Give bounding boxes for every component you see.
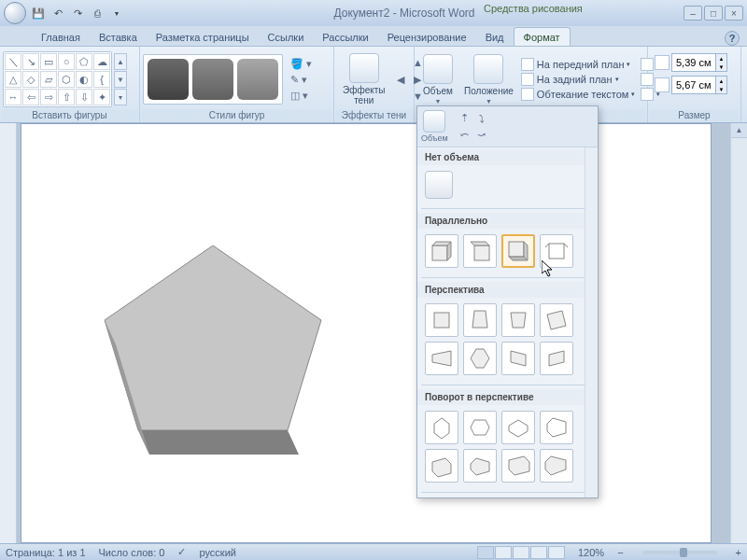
quick-access-toolbar: 💾 ↶ ↷ ⎙ ▼ <box>30 5 125 21</box>
workspace: ▲ <box>0 123 747 543</box>
perspective-option-7[interactable] <box>501 342 535 375</box>
print-icon[interactable]: ⎙ <box>89 5 106 21</box>
rotate-option-7[interactable] <box>501 449 535 483</box>
scroll-up-icon[interactable]: ▲ <box>731 123 747 138</box>
gallery-more-icon[interactable]: ▾ <box>114 89 127 105</box>
rotate-option-4[interactable] <box>540 411 573 444</box>
gallery-down-icon[interactable]: ▼ <box>114 71 127 88</box>
text-wrapping-button[interactable]: Обтекание текстом▾ <box>521 88 636 101</box>
status-language[interactable]: русский <box>199 547 235 558</box>
svg-marker-16 <box>511 313 526 328</box>
pentagon-shape[interactable] <box>92 245 334 468</box>
shape-fill-button[interactable]: 🪣▾ <box>287 57 316 71</box>
redo-icon[interactable]: ↷ <box>69 5 86 21</box>
menu-scrollbar[interactable] <box>585 147 598 497</box>
shapes-gallery[interactable]: ＼↘▭○⬠☁ △◇▱⬡◐{ ↔⇦⇨⇧⇩✦ <box>3 51 112 107</box>
svg-marker-20 <box>511 351 526 366</box>
height-input[interactable]: ▲▼ <box>671 53 727 72</box>
perspective-option-3[interactable] <box>501 303 535 337</box>
perspective-option-8[interactable] <box>540 342 573 375</box>
status-bar: Страница: 1 из 1 Число слов: 0 ✓ русский… <box>0 543 747 560</box>
svg-marker-10 <box>509 257 528 260</box>
rotate-option-8[interactable] <box>540 449 573 483</box>
svg-marker-0 <box>105 245 321 430</box>
view-outline[interactable] <box>530 546 547 559</box>
group-label-shapes: Вставить фигуры <box>2 109 137 122</box>
change-shape-button[interactable]: ◫▾ <box>287 89 316 103</box>
status-page[interactable]: Страница: 1 из 1 <box>6 547 86 558</box>
view-full-screen[interactable] <box>495 546 512 559</box>
tab-page-layout[interactable]: Разметка страницы <box>147 28 259 46</box>
document-page[interactable] <box>21 123 712 543</box>
perspective-option-4[interactable] <box>540 303 573 337</box>
rotate-option-5[interactable] <box>425 449 458 483</box>
qat-dropdown-icon[interactable]: ▼ <box>108 5 125 21</box>
office-button[interactable] <box>4 2 26 24</box>
tilt-up-icon: ⇡ <box>458 111 472 126</box>
rotate-option-2[interactable] <box>463 411 497 444</box>
view-web-layout[interactable] <box>513 546 529 559</box>
group-label-styles: Стили фигур <box>142 109 331 122</box>
wrap-icon <box>521 88 534 101</box>
volume-button[interactable]: Объем ▼ <box>417 52 458 106</box>
status-words[interactable]: Число слов: 0 <box>99 547 165 558</box>
tab-view[interactable]: Вид <box>476 28 514 46</box>
svg-marker-28 <box>509 456 529 475</box>
rotate-option-3[interactable] <box>501 411 535 444</box>
zoom-in-button[interactable]: + <box>736 547 741 558</box>
bring-to-front-button[interactable]: На передний план▾ <box>521 58 636 71</box>
view-draft[interactable] <box>548 546 565 559</box>
zoom-out-button[interactable]: − <box>617 547 623 558</box>
mini-volume-button[interactable]: Объем <box>421 110 448 143</box>
tab-references[interactable]: Ссылки <box>259 28 314 46</box>
close-button[interactable]: × <box>725 6 743 21</box>
height-icon <box>655 55 669 70</box>
tab-home[interactable]: Главная <box>32 28 90 46</box>
svg-rect-8 <box>509 242 524 257</box>
gallery-up-icon[interactable]: ▲ <box>114 53 127 70</box>
view-print-layout[interactable] <box>477 546 494 559</box>
status-proof-icon[interactable]: ✓ <box>177 546 186 558</box>
tilt-controls[interactable]: ⇡⤵ ⤺⤻ <box>458 111 489 143</box>
tab-format[interactable]: Формат <box>514 27 571 46</box>
shadow-effects-button[interactable]: Эффекты тени <box>337 51 390 107</box>
perspective-option-5[interactable] <box>425 342 458 375</box>
minimize-button[interactable]: – <box>684 6 702 21</box>
parallel-option-2[interactable] <box>463 234 497 268</box>
svg-rect-3 <box>432 245 447 260</box>
vertical-scrollbar[interactable]: ▲ <box>730 123 747 543</box>
svg-marker-25 <box>547 418 566 437</box>
group-label-size: Размер <box>650 109 739 122</box>
rotate-option-6[interactable] <box>463 449 497 483</box>
tab-insert[interactable]: Вставка <box>90 28 147 46</box>
maximize-button[interactable]: □ <box>704 6 723 21</box>
width-input[interactable]: ▲▼ <box>671 76 727 94</box>
style-gallery[interactable] <box>143 54 283 105</box>
svg-marker-19 <box>471 349 489 368</box>
zoom-slider[interactable] <box>642 551 717 554</box>
group-size: ▲▼ ▲▼ Размер <box>648 47 741 122</box>
menu-3d-color[interactable]: ◧Цвет объемной фигуры▶ <box>417 495 598 497</box>
save-icon[interactable]: 💾 <box>30 5 47 21</box>
perspective-option-2[interactable] <box>463 303 497 337</box>
tab-review[interactable]: Рецензирование <box>378 28 476 46</box>
cube-icon <box>423 110 445 133</box>
help-icon[interactable]: ? <box>725 31 740 46</box>
svg-marker-7 <box>471 242 489 245</box>
parallel-option-1[interactable] <box>425 234 458 268</box>
tab-mailings[interactable]: Рассылки <box>313 28 377 46</box>
perspective-option-1[interactable] <box>425 303 458 337</box>
position-button[interactable]: Положение ▼ <box>458 52 519 106</box>
cube-icon <box>423 54 453 84</box>
ribbon: ＼↘▭○⬠☁ △◇▱⬡◐{ ↔⇦⇨⇧⇩✦ ▲ ▼ ▾ Вставить фигу… <box>0 47 747 123</box>
status-zoom[interactable]: 120% <box>578 547 604 558</box>
perspective-option-6[interactable] <box>463 342 497 375</box>
svg-rect-11 <box>549 244 564 259</box>
rotate-option-1[interactable] <box>425 411 458 444</box>
shape-outline-button[interactable]: ✎▾ <box>287 73 316 87</box>
no-volume-option[interactable] <box>425 171 453 199</box>
send-to-back-button[interactable]: На задний план▾ <box>521 73 636 86</box>
tilt-left-icon: ⤺ <box>458 128 472 143</box>
parallel-option-3[interactable] <box>501 234 535 268</box>
undo-icon[interactable]: ↶ <box>49 5 66 21</box>
